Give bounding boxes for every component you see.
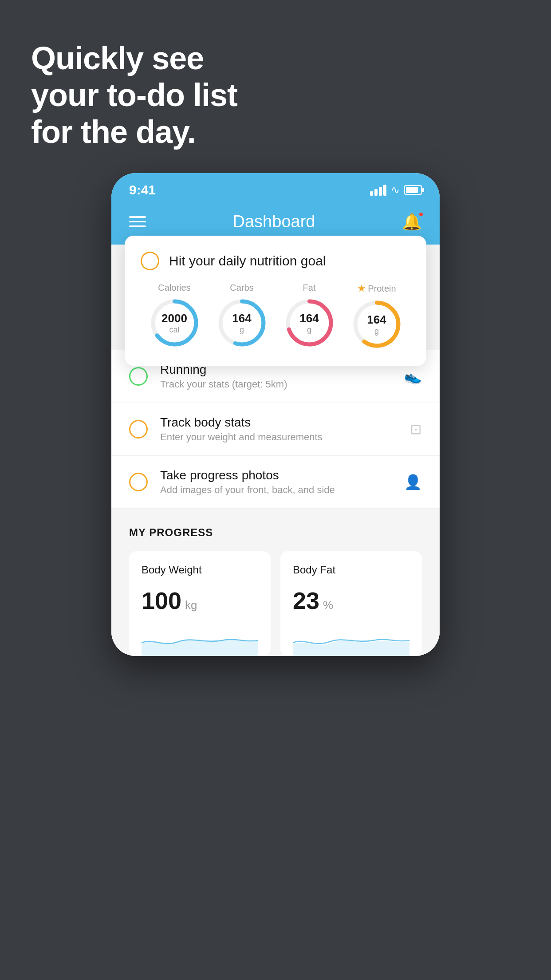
battery-icon — [404, 185, 422, 195]
phone-mockup: 9:41 ∿ Dashboard 🔔 THINGS TO DO TODAY — [111, 173, 440, 656]
progress-chart — [293, 625, 409, 656]
hero-line3: for the day. — [31, 114, 237, 150]
progress-unit: kg — [185, 598, 197, 612]
todo-circle — [129, 367, 148, 386]
nutrition-item-carbs: Carbs 164 g — [216, 283, 268, 348]
todo-list: Running Track your stats (target: 5km) 👟… — [111, 350, 440, 509]
donut-calories: 2000 cal — [149, 297, 200, 348]
progress-value: 23 — [293, 587, 319, 614]
progress-section: MY PROGRESS Body Weight 100 kg Body Fat … — [111, 509, 440, 656]
menu-button[interactable] — [129, 216, 146, 227]
status-icons: ∿ — [370, 184, 422, 196]
hero-text: Quickly see your to-do list for the day. — [31, 40, 237, 150]
donut-fat: 164 g — [284, 297, 335, 348]
todo-item[interactable]: Track body stats Enter your weight and m… — [111, 403, 440, 456]
todo-text: Running Track your stats (target: 5km) — [160, 363, 392, 390]
progress-value-row: 23 % — [293, 587, 409, 614]
progress-card-title: Body Weight — [142, 564, 258, 576]
donut-value: 164 — [367, 312, 386, 326]
notification-dot — [418, 212, 424, 217]
nutrition-card-title: Hit your daily nutrition goal — [169, 253, 326, 269]
donut-unit: g — [367, 326, 386, 336]
nutrition-item-protein: ★Protein 164 g — [351, 283, 402, 350]
nutrition-label-calories: Calories — [158, 283, 190, 293]
donut-unit: cal — [161, 325, 187, 335]
nutrition-checkbox[interactable] — [141, 252, 159, 270]
todo-subtitle: Add images of your front, back, and side — [160, 484, 392, 496]
todo-text: Take progress photos Add images of your … — [160, 468, 392, 496]
todo-subtitle: Track your stats (target: 5km) — [160, 379, 392, 390]
todo-text: Track body stats Enter your weight and m… — [160, 415, 398, 443]
donut-value: 2000 — [161, 311, 187, 325]
progress-cards: Body Weight 100 kg Body Fat 23 % — [129, 551, 422, 656]
progress-chart — [142, 625, 258, 656]
todo-title: Take progress photos — [160, 468, 392, 482]
nutrition-item-fat: Fat 164 g — [284, 283, 335, 348]
todo-circle — [129, 473, 148, 491]
progress-card-body-fat[interactable]: Body Fat 23 % — [280, 551, 422, 656]
progress-value-row: 100 kg — [142, 587, 258, 614]
nutrition-items-row: Calories 2000 cal Carbs 164 g Fat — [141, 283, 410, 350]
nutrition-label-fat: Fat — [303, 283, 316, 293]
progress-card-title: Body Fat — [293, 564, 409, 576]
progress-title: MY PROGRESS — [129, 526, 422, 539]
app-content: THINGS TO DO TODAY Hit your daily nutrit… — [111, 245, 440, 656]
nutrition-item-calories: Calories 2000 cal — [149, 283, 200, 348]
todo-subtitle: Enter your weight and measurements — [160, 431, 398, 443]
notification-button[interactable]: 🔔 — [402, 213, 422, 231]
donut-protein: 164 g — [351, 299, 402, 350]
status-bar: 9:41 ∿ — [111, 173, 440, 203]
progress-value: 100 — [142, 587, 181, 614]
donut-unit: g — [232, 325, 251, 335]
todo-circle — [129, 420, 148, 439]
nutrition-card: Hit your daily nutrition goal Calories 2… — [125, 236, 426, 366]
star-icon: ★ — [357, 283, 366, 294]
nutrition-card-title-row: Hit your daily nutrition goal — [141, 252, 410, 270]
hero-line2: your to-do list — [31, 77, 237, 114]
todo-item-icon: 👟 — [404, 368, 422, 385]
todo-item[interactable]: Take progress photos Add images of your … — [111, 456, 440, 509]
signal-icon — [370, 185, 386, 196]
todo-title: Track body stats — [160, 415, 398, 430]
donut-value: 164 — [232, 311, 251, 325]
donut-carbs: 164 g — [216, 297, 268, 348]
hero-line1: Quickly see — [31, 40, 237, 77]
donut-value: 164 — [299, 311, 319, 325]
progress-unit: % — [323, 598, 333, 612]
header-title: Dashboard — [233, 212, 315, 231]
todo-item-icon: ⊡ — [410, 421, 422, 438]
wifi-icon: ∿ — [391, 184, 400, 196]
nutrition-label-protein: ★Protein — [357, 283, 396, 294]
progress-card-body-weight[interactable]: Body Weight 100 kg — [129, 551, 271, 656]
status-time: 9:41 — [129, 182, 156, 198]
nutrition-label-carbs: Carbs — [230, 283, 253, 293]
donut-unit: g — [299, 325, 319, 335]
todo-item-icon: 👤 — [404, 474, 422, 490]
